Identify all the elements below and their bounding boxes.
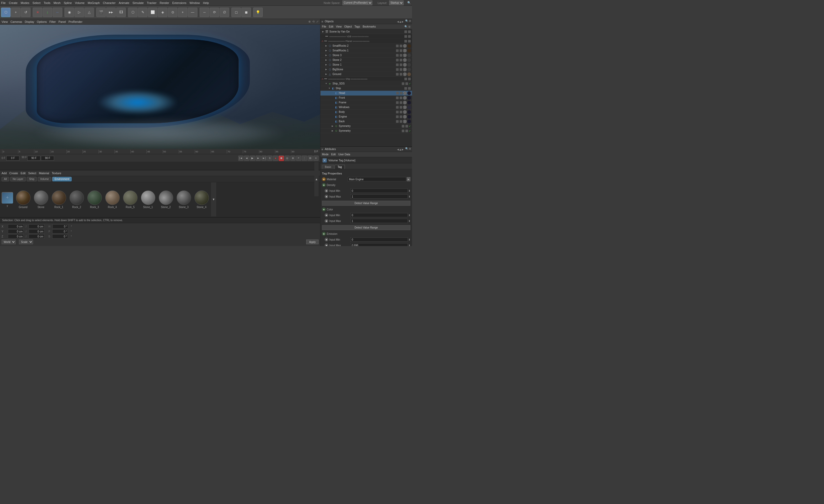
- objmgr-menu-view[interactable]: View: [336, 25, 342, 28]
- select-tool-btn[interactable]: ⬡: [1, 8, 10, 17]
- coord-world-select[interactable]: World: [2, 239, 16, 244]
- tree-arrow-sym1[interactable]: ▶: [331, 124, 334, 128]
- tree-render-frame[interactable]: [399, 101, 403, 104]
- tree-arrow-sr1[interactable]: ▶: [325, 48, 328, 53]
- add-tool-btn[interactable]: +: [11, 8, 20, 17]
- zoom-icon[interactable]: ⟲: [312, 20, 315, 23]
- obj-nav-up[interactable]: ▴: [399, 19, 401, 24]
- tree-render-planet[interactable]: [408, 39, 411, 43]
- tree-render-ship-sep[interactable]: [408, 77, 411, 81]
- mat-item-default[interactable]: + y: [2, 192, 13, 207]
- menu-create[interactable]: Create: [9, 1, 18, 4]
- mat-item-stone1[interactable]: Stone_1: [140, 191, 156, 209]
- tree-vis-ship-sds[interactable]: [402, 82, 405, 85]
- objmgr-settings-icon[interactable]: ⊞: [408, 25, 410, 28]
- cage-btn[interactable]: ◈: [158, 8, 168, 17]
- menu-tracker[interactable]: Tracker: [147, 1, 157, 4]
- menu-character[interactable]: Character: [103, 1, 115, 4]
- mat-item-ground[interactable]: Ground: [15, 191, 31, 209]
- mat-item-stone[interactable]: Stone: [33, 191, 49, 209]
- menu-simulate[interactable]: Simulate: [132, 1, 144, 4]
- mat-item-rock2[interactable]: Rock_2: [69, 191, 85, 209]
- tree-render-head[interactable]: [399, 92, 403, 95]
- tree-render-dot-scene[interactable]: [408, 30, 411, 33]
- ffd-btn[interactable]: ⊙: [168, 8, 177, 17]
- menu-file[interactable]: File: [1, 1, 6, 4]
- tree-render-vdb[interactable]: [408, 35, 411, 38]
- tree-vis-ground[interactable]: [396, 73, 399, 76]
- record-btn[interactable]: ●: [273, 156, 278, 161]
- tree-render-back[interactable]: [399, 120, 403, 123]
- objmgr-menu-bookmarks[interactable]: Bookmarks: [363, 25, 376, 28]
- mat-item-stone3[interactable]: Stone_3: [176, 191, 192, 209]
- tree-arrow-bigstone[interactable]: ▶: [325, 67, 328, 72]
- props-menu-userdata[interactable]: User Data: [338, 153, 350, 156]
- prev-frame-btn[interactable]: ◄: [244, 156, 249, 161]
- prop-input-color-min[interactable]: [350, 213, 408, 217]
- props-extra-icon[interactable]: ⊞: [409, 147, 411, 152]
- menu-volume[interactable]: Volume: [75, 1, 85, 4]
- mat-menu-edit[interactable]: Edit: [21, 172, 26, 175]
- coord-z-rot[interactable]: [29, 234, 44, 238]
- mat-menu-add[interactable]: Add: [2, 172, 7, 175]
- obj-nav-fwd[interactable]: ▸: [402, 19, 404, 24]
- menu-render[interactable]: Render: [160, 1, 169, 4]
- mat-menu-material[interactable]: Material: [39, 172, 49, 175]
- tree-render-sr1[interactable]: [399, 49, 403, 52]
- go-start-btn[interactable]: |◄: [238, 156, 243, 161]
- objmgr-menu-edit[interactable]: Edit: [329, 25, 333, 28]
- menu-window[interactable]: Window: [190, 1, 200, 4]
- tree-row-symmetry2[interactable]: ▶ ⊙ Symmetry ✓: [320, 128, 412, 133]
- undo-btn[interactable]: ↺: [21, 8, 30, 17]
- obj-search-icon[interactable]: 🔍: [405, 19, 408, 24]
- menu-select[interactable]: Select: [32, 1, 41, 4]
- tree-row-smallrocks1[interactable]: ▶ ⬡ SmallRocks 1: [320, 48, 412, 53]
- tree-render-body[interactable]: [399, 110, 403, 114]
- tree-row-ship-sds[interactable]: ▼ ◈ Ship_SDS ✓: [320, 81, 412, 86]
- tree-render-engine[interactable]: [399, 115, 403, 118]
- tree-arrow-stone1[interactable]: ▶: [325, 63, 328, 67]
- coord-y-pos[interactable]: [8, 229, 24, 233]
- timeline-track-area[interactable]: [0, 162, 320, 170]
- coord-scale-select[interactable]: Scale: [19, 239, 33, 244]
- motion-btn[interactable]: ◎: [285, 156, 290, 161]
- apply-coords-btn[interactable]: Apply: [306, 239, 319, 244]
- obj-manager-hamburger[interactable]: ≡: [321, 20, 323, 23]
- coord-b[interactable]: [52, 234, 68, 238]
- mat-menu-texture[interactable]: Texture: [52, 172, 61, 175]
- coord-h[interactable]: [53, 224, 68, 228]
- view-menu[interactable]: View: [2, 20, 8, 23]
- tree-row-stone1[interactable]: ▶ ⬡ Stone 1: [320, 63, 412, 67]
- coord-x-pos[interactable]: [8, 224, 24, 228]
- tree-arrow-windows[interactable]: [331, 105, 334, 110]
- tree-vis-sr2[interactable]: [396, 44, 399, 47]
- tree-vis-frame[interactable]: [396, 101, 399, 104]
- layout-select[interactable]: Startup: [389, 1, 404, 5]
- node-space-select[interactable]: Current (ProRender): [342, 1, 373, 5]
- mat-menu-create[interactable]: Create: [9, 172, 18, 175]
- frame-end2-input[interactable]: [41, 156, 54, 161]
- tree-render-front[interactable]: [399, 96, 403, 99]
- tree-row-engine[interactable]: ◧ Engine: [320, 114, 412, 119]
- filter-environment-btn[interactable]: Environment: [52, 177, 72, 181]
- search-icon[interactable]: 🔍: [407, 1, 411, 4]
- prop-input-density-min[interactable]: [350, 189, 408, 193]
- tree-row-ship[interactable]: ▼ ◧ Ship: [320, 86, 412, 91]
- plane-btn[interactable]: ⬜: [148, 8, 158, 17]
- mat-item-rock5[interactable]: Rock_5: [122, 191, 138, 209]
- objmgr-menu-object[interactable]: Object: [344, 25, 352, 28]
- objmgr-search-icon[interactable]: 🔍: [404, 25, 408, 28]
- mat-item-stone2[interactable]: Stone_2: [158, 191, 174, 209]
- tree-row-head[interactable]: ◧ Head: [320, 91, 412, 96]
- menu-spline[interactable]: Spline: [64, 1, 72, 4]
- tree-vis-back[interactable]: [396, 120, 399, 123]
- z-axis-btn[interactable]: ↔: [53, 8, 62, 17]
- detect-range-btn-density[interactable]: Detect Value Range: [322, 201, 410, 206]
- tree-arrow-frame[interactable]: [331, 100, 334, 105]
- wire-btn[interactable]: ◻: [231, 8, 241, 17]
- grid-btn[interactable]: ⊞: [308, 156, 313, 161]
- fullscreen-icon[interactable]: ⤢: [316, 20, 319, 23]
- prop-color-min-spinner[interactable]: ⬍: [408, 214, 410, 217]
- light-btn[interactable]: 💡: [253, 8, 263, 17]
- mat-item-rock3[interactable]: Rock_3: [87, 191, 102, 209]
